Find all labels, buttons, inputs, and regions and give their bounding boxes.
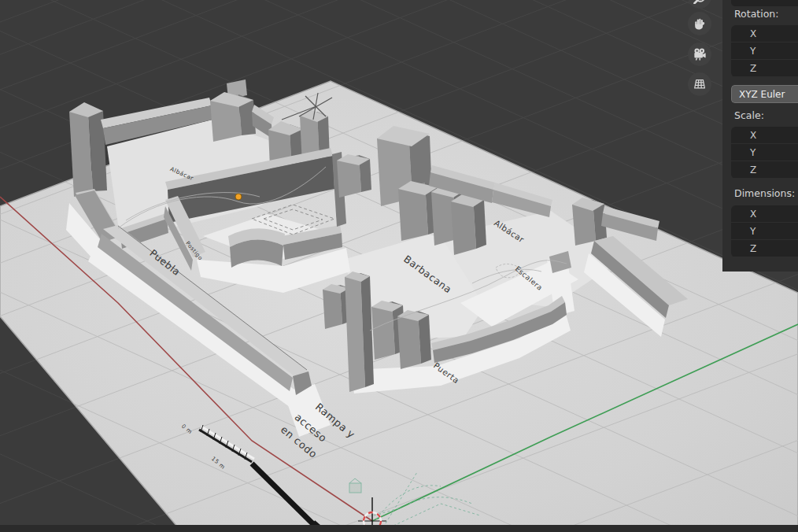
scale-y-field[interactable]: Y [731,144,798,161]
projection-toggle-button[interactable] [688,72,711,96]
scale-label: Scale: [734,109,764,121]
editor-bottom-border [0,525,798,532]
rotation-label: Rotation: [734,8,779,20]
dimensions-z-field[interactable]: Z [731,240,798,257]
camera-view-button[interactable] [688,42,711,66]
hand-icon [693,17,707,31]
pan-gizmo-button[interactable] [688,12,711,35]
rotation-x-field[interactable]: X [731,25,798,42]
rotation-fields: X Y Z [731,25,798,77]
magnifier-icon [693,0,707,4]
rotation-z-field[interactable]: Z [731,60,798,76]
transform-panel: Rotation: X Y Z XYZ Euler Scale: X Y Z D… [722,0,798,272]
object-origin-dot[interactable] [235,194,242,200]
dimensions-label: Dimensions: [734,187,795,199]
dimension-fields: X Y Z [731,205,798,257]
location-z-field-partial[interactable] [731,0,798,6]
scale-fields: X Y Z [731,127,798,179]
dimensions-y-field[interactable]: Y [731,223,798,239]
scale-z-field[interactable]: Z [731,161,798,178]
rotation-mode-dropdown[interactable]: XYZ Euler [731,85,798,103]
grid-icon [693,77,707,91]
camera-icon [693,47,707,61]
scale-x-field[interactable]: X [731,127,798,143]
3d-scene-canvas[interactable]: Albácar Puebla Postigo Barbacana Albácar… [0,0,798,532]
dimensions-x-field[interactable]: X [731,205,798,222]
rotation-y-field[interactable]: Y [731,42,798,59]
blender-3d-viewport[interactable]: Albácar Puebla Postigo Barbacana Albácar… [0,0,798,532]
